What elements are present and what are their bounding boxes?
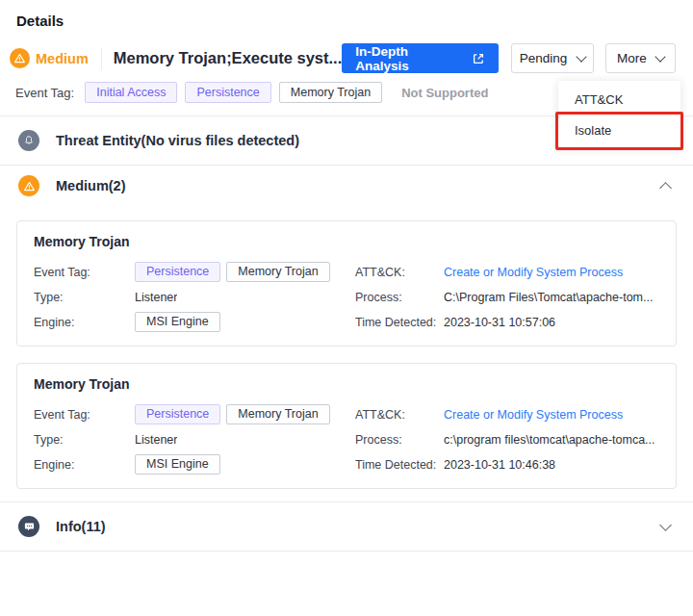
engine-field: Engine: MSI Engine bbox=[34, 310, 355, 334]
field-label: ATT&CK: bbox=[355, 408, 444, 422]
divider bbox=[0, 551, 693, 552]
in-depth-analysis-button[interactable]: In-Depth Analysis bbox=[342, 43, 499, 73]
section-title-threat-entity: Threat Entity(No virus files detected) bbox=[56, 133, 299, 148]
in-depth-analysis-label: In-Depth Analysis bbox=[355, 44, 463, 73]
event-card-right-column: ATT&CK: Create or Modify System Process … bbox=[355, 402, 659, 477]
time-detected-value: 2023-10-31 10:46:38 bbox=[444, 458, 555, 472]
card-tag-persistence[interactable]: Persistence bbox=[135, 262, 220, 282]
section-medium-header[interactable]: Medium(2) bbox=[0, 166, 693, 206]
event-tag-field: Event Tag: Persistence Memory Trojan bbox=[34, 260, 355, 284]
field-label: Type: bbox=[34, 433, 135, 447]
event-card: Memory Trojan Event Tag: Persistence Mem… bbox=[16, 363, 677, 489]
attack-field: ATT&CK: Create or Modify System Process bbox=[355, 260, 659, 284]
process-field: Process: c:\program files\tomcat\apache-… bbox=[355, 427, 659, 451]
severity-label: Medium bbox=[36, 51, 89, 66]
chevron-up-icon[interactable] bbox=[659, 182, 672, 194]
card-tag-persistence[interactable]: Persistence bbox=[135, 404, 220, 424]
event-card-left-column: Event Tag: Persistence Memory Trojan Typ… bbox=[34, 260, 355, 335]
event-tag-initial-access[interactable]: Initial Access bbox=[85, 82, 177, 103]
type-field: Type: Listener bbox=[34, 285, 355, 309]
chat-bubble-icon bbox=[18, 516, 39, 537]
medium-events-list: Memory Trojan Event Tag: Persistence Mem… bbox=[0, 206, 693, 489]
menu-item-isolate[interactable]: Isolate bbox=[558, 115, 680, 145]
time-detected-value: 2023-10-31 10:57:06 bbox=[444, 316, 555, 329]
event-tag-memory-trojan[interactable]: Memory Trojan bbox=[279, 82, 382, 103]
engine-tag: MSI Engine bbox=[135, 312, 220, 332]
event-card: Memory Trojan Event Tag: Persistence Mem… bbox=[16, 220, 677, 346]
more-dropdown-menu: ATT&CK Isolate bbox=[558, 81, 680, 148]
event-card-right-column: ATT&CK: Create or Modify System Process … bbox=[355, 260, 659, 335]
field-label: Time Detected: bbox=[355, 316, 444, 329]
field-label: Engine: bbox=[34, 458, 135, 472]
page-title: Details bbox=[0, 0, 693, 29]
event-tag-field: Event Tag: Persistence Memory Trojan bbox=[34, 402, 355, 426]
field-label: Type: bbox=[34, 291, 135, 304]
section-info-header[interactable]: Info(11) bbox=[0, 502, 693, 551]
more-dropdown-button[interactable]: More bbox=[605, 43, 676, 73]
engine-field: Engine: MSI Engine bbox=[34, 452, 355, 476]
menu-item-attck[interactable]: ATT&CK bbox=[558, 84, 680, 115]
field-label: Time Detected: bbox=[355, 458, 444, 472]
not-supported-label: Not Supported bbox=[401, 86, 488, 100]
event-card-left-column: Event Tag: Persistence Memory Trojan Typ… bbox=[34, 402, 355, 477]
external-link-icon bbox=[472, 52, 485, 65]
field-label: Event Tag: bbox=[34, 266, 135, 279]
process-field: Process: C:\Program Files\Tomcat\apache-… bbox=[355, 285, 659, 309]
field-label: Event Tag: bbox=[34, 408, 135, 422]
process-value: c:\program files\tomcat\apache-tomca... bbox=[444, 433, 655, 447]
event-tag-persistence[interactable]: Persistence bbox=[185, 82, 270, 103]
field-label: Process: bbox=[355, 433, 444, 447]
threat-header: Medium Memory Trojan;Execute syst... In-… bbox=[10, 43, 676, 73]
section-title-medium: Medium(2) bbox=[56, 178, 126, 193]
more-dropdown-label: More bbox=[617, 51, 647, 65]
event-card-title: Memory Trojan bbox=[34, 234, 659, 249]
field-label: ATT&CK: bbox=[355, 266, 444, 279]
warning-triangle-icon bbox=[18, 175, 39, 196]
time-detected-field: Time Detected: 2023-10-31 10:46:38 bbox=[355, 452, 659, 476]
warning-triangle-icon bbox=[10, 48, 30, 68]
type-value: Listener bbox=[135, 291, 177, 304]
type-field: Type: Listener bbox=[34, 427, 355, 451]
status-dropdown-label: Pending bbox=[520, 51, 568, 65]
field-label: Engine: bbox=[34, 316, 135, 329]
chevron-down-icon[interactable] bbox=[659, 519, 672, 531]
event-tag-label: Event Tag: bbox=[15, 86, 74, 100]
section-title-info: Info(11) bbox=[56, 519, 106, 534]
chevron-down-icon bbox=[577, 51, 587, 62]
attack-field: ATT&CK: Create or Modify System Process bbox=[355, 402, 659, 426]
process-value: C:\Program Files\Tomcat\apache-tom... bbox=[444, 291, 653, 304]
event-card-title: Memory Trojan bbox=[34, 376, 659, 392]
attack-technique-link[interactable]: Create or Modify System Process bbox=[444, 266, 623, 279]
status-dropdown-button[interactable]: Pending bbox=[511, 43, 594, 73]
card-tag-memory-trojan[interactable]: Memory Trojan bbox=[226, 404, 329, 424]
bell-icon bbox=[18, 130, 39, 151]
field-label: Process: bbox=[355, 291, 444, 304]
type-value: Listener bbox=[135, 433, 177, 447]
vertical-divider bbox=[101, 47, 102, 70]
time-detected-field: Time Detected: 2023-10-31 10:57:06 bbox=[355, 310, 659, 334]
chevron-down-icon bbox=[654, 51, 665, 62]
severity-badge: Medium bbox=[10, 48, 89, 68]
threat-title: Memory Trojan;Execute syst... bbox=[114, 49, 343, 67]
attack-technique-link[interactable]: Create or Modify System Process bbox=[444, 408, 623, 422]
card-tag-memory-trojan[interactable]: Memory Trojan bbox=[226, 262, 329, 282]
engine-tag: MSI Engine bbox=[135, 454, 220, 475]
